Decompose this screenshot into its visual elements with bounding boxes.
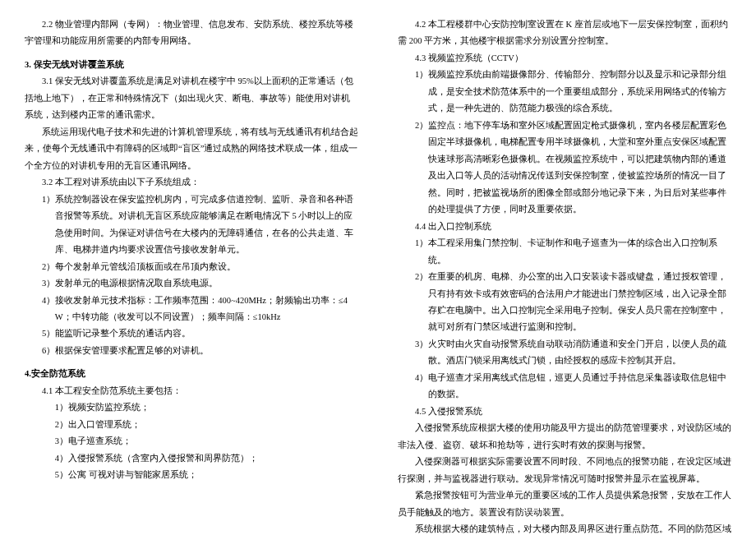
list-item: 5）公寓 可视对讲与智能家居系统； [25, 467, 358, 483]
para-4-2: 4.2 本工程楼群中心安防控制室设置在 K 座首层或地下一层安保控制室，面积约需… [398, 16, 731, 50]
list-item: 2）在重要的机房、电梯、办公室的出入口安装读卡器或键盘，通过授权管理，只有持有效… [398, 269, 731, 336]
list-item: 1）本工程采用集门禁控制、卡证制作和电子巡查为一体的综合出入口控制系统。 [398, 235, 731, 269]
heading-4-4: 4.4 出入口控制系统 [398, 219, 731, 235]
heading-4-3: 4.3 视频监控系统（CCTV） [398, 50, 731, 67]
list-item: 3）发射单元的电源根据情况取自系统电源。 [25, 275, 358, 292]
list-item: 3）电子巡查系统； [25, 433, 358, 450]
para-3-3: 3.2 本工程对讲系统由以下子系统组成： [25, 174, 358, 191]
list-item: 4）接收发射单元技术指标：工作频率范围：400~420MHz；射频输出功率：≤4… [25, 293, 358, 326]
para-4-5b: 入侵探测器可根据实际需要设置不同时段、不同地点的报警功能，在设定区域进行探测，并… [398, 454, 731, 487]
heading-3: 3. 保安无线对讲覆盖系统 [25, 57, 358, 73]
para-4-1: 4.1 本工程安全防范系统主要包括： [25, 383, 358, 399]
list-item: 6）根据保安管理要求配置足够的对讲机。 [25, 343, 358, 359]
left-column: 2.2 物业管理内部网（专网）：物业管理、信息发布、安防系统、楼控系统等楼宇管理… [25, 16, 358, 535]
right-column: 4.2 本工程楼群中心安防控制室设置在 K 座首层或地下一层安保控制室，面积约需… [398, 16, 731, 535]
list-item: 2）每个发射单元管线沿顶板面或在吊顶内敷设。 [25, 259, 358, 275]
list-item: 4）入侵报警系统（含室内入侵报警和周界防范）； [25, 450, 358, 467]
list-item: 1）视频安防监控系统； [25, 399, 358, 416]
para-3-2: 系统运用现代电子技术和先进的计算机管理系统，将有线与无线通讯有机结合起来，使每个… [25, 124, 358, 174]
list-item: 3）火灾时由火灾自动报警系统自动联动消防通道和安全门开启，以便人员的疏散。酒店门… [398, 336, 731, 370]
list-item: 1）视频监控系统由前端摄像部分、传输部分、控制部分以及显示和记录部分组成，是安全… [398, 67, 731, 117]
para-4-5a: 入侵报警系统应根据大楼的使用功能及甲方提出的防范管理要求，对设防区域的非法入侵、… [398, 420, 731, 454]
list-item: 2）监控点：地下停车场和室外区域配置固定枪式摄像机，室内各楼层配置彩色固定半球摄… [398, 118, 731, 219]
list-item: 4）电子巡查才采用离线式信息钮，巡更人员通过手持信息采集器读取信息钮中的数据。 [398, 370, 731, 404]
para-2-2: 2.2 物业管理内部网（专网）：物业管理、信息发布、安防系统、楼控系统等楼宇管理… [25, 16, 358, 50]
para-3-1: 3.1 保安无线对讲覆盖系统是满足对讲机在楼宇中 95%以上面积的正常通话（包括… [25, 73, 358, 123]
para-4-5c: 紧急报警按钮可为营业单元的重要区域的工作人员提供紧急报警，安放在工作人员手能触及… [398, 487, 731, 521]
list-item: 2）出入口管理系统； [25, 417, 358, 433]
heading-4-5: 4.5 入侵报警系统 [398, 404, 731, 420]
heading-4: 4.安全防范系统 [25, 366, 358, 382]
list-item: 5）能监听记录整个系统的通话内容。 [25, 325, 358, 342]
para-4-5d: 系统根据大楼的建筑特点，对大楼内部及周界区进行重点防范。不同的防范区域运用不同的… [398, 521, 731, 535]
list-item: 1）系统控制器设在保安监控机房内，可完成多信道控制、监听、录音和各种语音报警等系… [25, 191, 358, 259]
